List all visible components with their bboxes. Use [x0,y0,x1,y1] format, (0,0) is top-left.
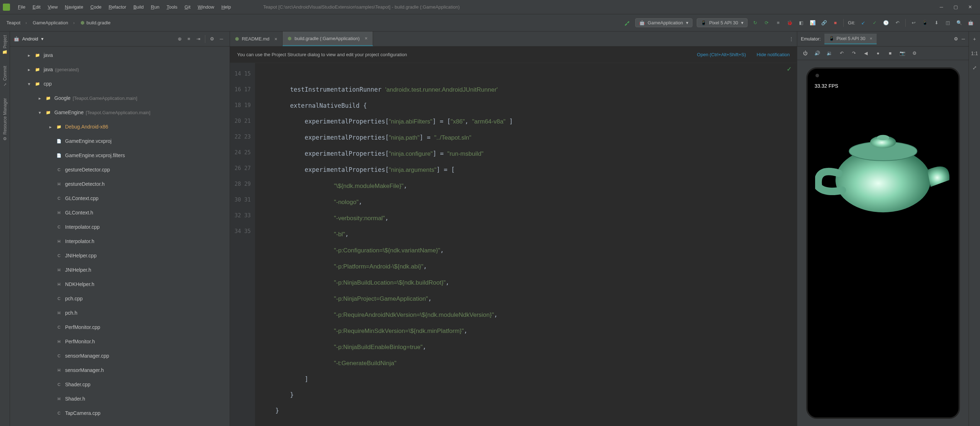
tree-node[interactable]: CsensorManager.cpp [10,349,230,363]
close-icon[interactable]: × [274,36,277,42]
tree-node[interactable]: ▾📁cpp [10,77,230,91]
menu-run[interactable]: Run [147,4,163,10]
close-icon[interactable]: × [870,36,873,41]
sdk-manager-icon[interactable]: ⬇ [932,18,941,27]
notification-open-link[interactable]: Open (Ctrl+Alt+Shift+S) [697,52,746,57]
device-dropdown[interactable]: 📱 Pixel 5 API 30 ▾ [697,18,748,27]
back-icon[interactable]: ↩ [909,18,918,27]
volume-up-icon[interactable]: 🔊 [812,48,822,58]
assistant-icon[interactable]: 🤖 [966,18,975,27]
zoom-1to1-icon[interactable]: 1:1 [970,49,979,58]
rail-commit[interactable]: ✓Commit [3,66,8,87]
rotate-right-icon[interactable]: ↷ [849,48,859,58]
search-icon[interactable]: 🔍 [955,18,964,27]
project-view-selector[interactable]: 🤖 Android ▾ [14,36,44,41]
tree-node[interactable]: CInterpolator.cpp [10,220,230,234]
locate-file-icon[interactable]: ⊕ [175,34,184,44]
debug-icon[interactable]: 🐞 [785,18,794,27]
emulator-device-tab[interactable]: 📱 Pixel 5 API 30 × [824,34,877,45]
breadcrumb-module[interactable]: GameApplication [30,20,77,26]
back-icon[interactable]: ◀ [861,48,871,58]
tree-node[interactable]: HJNIHelper.h [10,263,230,277]
overview-icon[interactable]: ■ [885,48,895,58]
breadcrumb-file[interactable]: ⬢ build.gradle [78,20,113,26]
git-commit-icon[interactable]: ✓ [870,18,879,27]
hide-icon[interactable]: ─ [217,34,226,44]
notification-hide-link[interactable]: Hide notification [757,52,790,57]
inspection-ok-icon[interactable]: ✓ [786,65,792,73]
editor-tab[interactable]: ⬢build.gradle (:GameApplication)× [283,32,373,46]
profiler-icon[interactable]: 📊 [808,18,817,27]
menu-code[interactable]: Code [87,4,105,10]
tree-node[interactable]: HGLContext.h [10,206,230,220]
tree-node[interactable]: HPerfMonitor.h [10,334,230,349]
tree-node[interactable]: CPerfMonitor.cpp [10,320,230,334]
menu-help[interactable]: Help [218,4,235,10]
expand-icon[interactable]: ▸ [28,53,34,58]
menu-tools[interactable]: Tools [163,4,181,10]
power-icon[interactable]: ⏻ [800,48,810,58]
filter-icon[interactable]: ≡ [184,34,194,44]
editor-tab[interactable]: ⬢README.md× [230,32,283,46]
close-icon[interactable]: × [365,35,368,41]
coverage-icon[interactable]: ◧ [797,18,806,27]
tree-node[interactable]: ▸📁java [10,48,230,62]
rail-resource-manager[interactable]: ⚙Resource Manager [3,98,8,141]
tree-node[interactable]: CGLContext.cpp [10,191,230,206]
menu-refactor[interactable]: Refactor [105,4,130,10]
git-revert-icon[interactable]: ↶ [893,18,902,27]
stop-icon[interactable]: ■ [831,18,840,27]
tree-node[interactable]: Hpch.h [10,306,230,320]
attach-debugger-icon[interactable]: 🔗 [819,18,829,27]
tree-node[interactable]: 📄GameEngine.vcxproj [10,134,230,148]
tree-node[interactable]: ▸📁java(generated) [10,62,230,77]
zoom-fit-icon[interactable]: ⤢ [970,63,979,72]
expand-icon[interactable]: ▸ [28,67,34,72]
project-tree[interactable]: ▸📁java▸📁java(generated)▾📁cpp▸📁Google[Tea… [10,46,230,426]
tabs-overflow-icon[interactable]: ⋮ [786,34,796,44]
gear-icon[interactable]: ⚙ [954,36,958,41]
tree-node[interactable]: CTapCamera.cpp [10,406,230,420]
menu-window[interactable]: Window [194,4,218,10]
build-hammer-icon[interactable] [623,18,632,27]
maximize-button[interactable]: ▢ [948,2,963,13]
tree-node[interactable]: CgestureDetector.cpp [10,163,230,177]
tree-node[interactable]: HShader.h [10,392,230,406]
close-button[interactable]: ✕ [963,2,977,13]
tree-node[interactable]: CShader.cpp [10,377,230,392]
hide-icon[interactable]: ─ [962,36,965,41]
tree-node[interactable]: ▸📁Debug.Android-x86 [10,120,230,134]
tree-node[interactable]: HgestureDetector.h [10,177,230,191]
breadcrumb-root[interactable]: Teapot [3,20,30,26]
volume-down-icon[interactable]: 🔉 [824,48,834,58]
menu-build[interactable]: Build [130,4,147,10]
home-icon[interactable]: ● [873,48,883,58]
menu-file[interactable]: File [14,4,29,10]
tree-node[interactable]: Cpch.cpp [10,291,230,306]
sync-all-icon[interactable]: ⟳ [762,18,772,27]
tree-node[interactable]: ▸📁Google[Teapot.GameApplication.main] [10,91,230,105]
zoom-in-icon[interactable]: + [970,34,979,44]
menu-git[interactable]: Git [181,4,194,10]
sync-icon[interactable]: ↻ [751,18,760,27]
code-editor[interactable]: 14 15 16 17 18 19 20 21 22 23 24 25 26 2… [230,63,797,426]
git-update-icon[interactable]: ↙ [858,18,868,27]
expand-icon[interactable]: ▸ [39,96,45,101]
minimize-button[interactable]: ─ [934,2,948,13]
expand-icon[interactable]: ▾ [39,110,45,115]
run-config-dropdown[interactable]: 🤖 GameApplication ▾ [635,18,692,27]
rail-project[interactable]: 📁Project [3,35,8,55]
git-history-icon[interactable]: 🕓 [881,18,891,27]
gear-icon[interactable]: ⚙ [207,34,217,44]
expand-icon[interactable]: ▾ [28,81,34,87]
expand-icon[interactable]: ▸ [49,124,56,129]
menu-edit[interactable]: Edit [29,4,44,10]
screenshot-icon[interactable]: 📷 [897,48,907,58]
tree-node[interactable]: HNDKHelper.h [10,277,230,291]
more-icon[interactable]: ⚙ [910,48,920,58]
rotate-left-icon[interactable]: ↶ [837,48,846,58]
avd-manager-icon[interactable]: 📱 [920,18,929,27]
emulator-viewport[interactable]: 33.32 FPS [797,60,969,426]
code-content[interactable]: testInstrumentationRunner 'androidx.test… [255,63,797,426]
tree-node[interactable]: HsensorManager.h [10,363,230,377]
